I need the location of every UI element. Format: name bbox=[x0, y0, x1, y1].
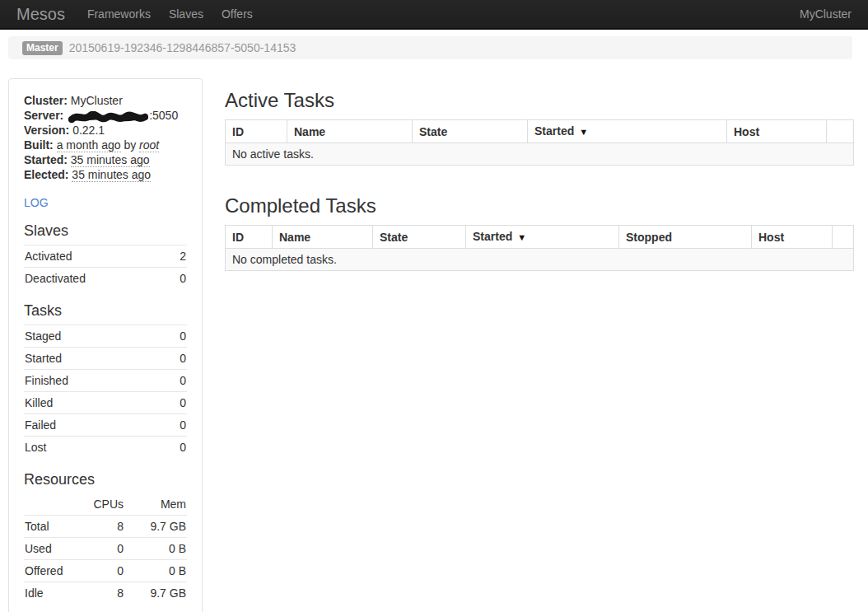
header-row: IDNameStateStarted▼Host bbox=[226, 120, 854, 143]
column-header-empty bbox=[833, 226, 854, 249]
resource-row: Offered00 B bbox=[24, 559, 187, 582]
resources-header-mem: Mem bbox=[124, 498, 186, 511]
stat-value: 0 bbox=[180, 418, 186, 432]
master-id: 20150619-192346-1298446857-5050-14153 bbox=[69, 41, 296, 54]
info-row: Elected: 35 minutes ago bbox=[24, 167, 187, 182]
resource-mem-value: 0 B bbox=[124, 564, 186, 577]
info-label: Built: bbox=[24, 138, 54, 152]
sort-desc-icon: ▼ bbox=[517, 232, 526, 242]
section-title-slaves: Slaves bbox=[24, 222, 187, 240]
column-header-label: Name bbox=[294, 125, 325, 138]
info-value: 35 minutes ago bbox=[71, 153, 150, 167]
stat-label: Failed bbox=[25, 418, 56, 432]
info-label: Elected: bbox=[24, 168, 68, 181]
cluster-sidebar-panel: Cluster: MyClusterServer: :5050Version: … bbox=[8, 78, 203, 612]
sort-desc-icon: ▼ bbox=[579, 127, 588, 137]
nav-link-offers[interactable]: Offers bbox=[212, 0, 262, 28]
column-header-stopped[interactable]: Stopped bbox=[619, 226, 752, 249]
resource-cpus-value: 0 bbox=[76, 564, 124, 577]
master-badge: Master bbox=[22, 41, 63, 55]
stat-value: 0 bbox=[180, 374, 186, 387]
info-value: :5050 bbox=[149, 109, 178, 122]
stat-row: Started0 bbox=[24, 347, 187, 369]
info-value: root bbox=[139, 138, 159, 152]
column-header-label: Name bbox=[279, 231, 310, 244]
empty-state-row: No active tasks. bbox=[226, 143, 854, 166]
resource-label: Total bbox=[25, 520, 76, 533]
resource-mem-value: 0 B bbox=[124, 542, 186, 555]
info-label: Started: bbox=[24, 153, 68, 166]
stat-sections: SlavesActivated2Deactivated0TasksStaged0… bbox=[24, 222, 187, 458]
info-row: Started: 35 minutes ago bbox=[24, 152, 187, 167]
stat-label: Lost bbox=[25, 441, 46, 454]
column-header-id[interactable]: ID bbox=[226, 120, 287, 143]
section-title-tasks: Tasks bbox=[24, 302, 187, 320]
top-navbar: Mesos FrameworksSlavesOffers MyCluster bbox=[0, 0, 868, 30]
resource-row: Total89.7 GB bbox=[24, 515, 187, 537]
log-link[interactable]: LOG bbox=[24, 196, 49, 209]
stat-row: Failed0 bbox=[24, 413, 187, 436]
resource-row: Idle89.7 GB bbox=[24, 582, 187, 604]
column-header-started[interactable]: Started▼ bbox=[528, 120, 727, 143]
info-value: by bbox=[121, 138, 140, 152]
column-header-state[interactable]: State bbox=[413, 120, 528, 143]
empty-state-message: No active tasks. bbox=[226, 143, 854, 166]
stat-value: 0 bbox=[180, 396, 186, 409]
column-header-id[interactable]: ID bbox=[226, 226, 273, 249]
info-label: Cluster: bbox=[24, 94, 68, 107]
nav-link-frameworks[interactable]: Frameworks bbox=[78, 0, 160, 28]
column-header-name[interactable]: Name bbox=[273, 226, 373, 249]
column-header-label: Stopped bbox=[626, 231, 672, 244]
stat-row: Deactivated0 bbox=[24, 267, 187, 289]
empty-state-message: No completed tasks. bbox=[226, 249, 854, 271]
completed-tasks-title: Completed Tasks bbox=[225, 195, 852, 217]
stat-value: 2 bbox=[180, 250, 186, 263]
header-row: IDNameStateStarted▼StoppedHost bbox=[226, 226, 854, 249]
stat-label: Started bbox=[25, 352, 62, 365]
stat-label: Staged bbox=[25, 329, 61, 343]
column-header-label: State bbox=[380, 231, 408, 244]
column-header-state[interactable]: State bbox=[373, 226, 466, 249]
column-header-started[interactable]: Started▼ bbox=[466, 226, 619, 249]
stat-row: Killed0 bbox=[24, 391, 187, 413]
info-label: Server: bbox=[24, 109, 63, 122]
empty-state-row: No completed tasks. bbox=[226, 249, 854, 271]
completed-tasks-section: Completed TasksIDNameStateStarted▼Stoppe… bbox=[225, 195, 852, 271]
nav-item-slaves: Slaves bbox=[160, 0, 212, 28]
cluster-info: Cluster: MyClusterServer: :5050Version: … bbox=[24, 93, 187, 182]
stat-value: 0 bbox=[180, 352, 186, 365]
resource-label: Offered bbox=[25, 564, 76, 577]
breadcrumb: Master 20150619-192346-1298446857-5050-1… bbox=[8, 36, 852, 59]
column-header-label: ID bbox=[232, 125, 244, 138]
resource-cpus-value: 8 bbox=[76, 520, 124, 533]
column-header-label: Host bbox=[758, 231, 784, 244]
stat-value: 0 bbox=[180, 441, 186, 454]
stat-row: Activated2 bbox=[24, 245, 187, 267]
column-header-label: ID bbox=[232, 231, 244, 244]
column-header-name[interactable]: Name bbox=[287, 120, 413, 143]
nav-link-slaves[interactable]: Slaves bbox=[160, 0, 212, 28]
resource-label: Used bbox=[25, 542, 76, 555]
column-header-empty bbox=[827, 120, 854, 143]
column-header-host[interactable]: Host bbox=[727, 120, 827, 143]
redacted-server-scribble bbox=[67, 109, 149, 122]
resource-cpus-value: 0 bbox=[76, 542, 124, 555]
completed-tasks-table: IDNameStateStarted▼StoppedHostNo complet… bbox=[225, 225, 854, 271]
resource-label: Idle bbox=[25, 586, 76, 600]
stat-label: Finished bbox=[25, 374, 68, 387]
active-tasks-table: IDNameStateStarted▼HostNo active tasks. bbox=[225, 119, 854, 166]
stat-row: Staged0 bbox=[24, 325, 187, 347]
column-header-label: Started bbox=[473, 230, 512, 243]
column-header-label: Host bbox=[734, 125, 759, 138]
stat-value: 0 bbox=[180, 329, 186, 343]
stat-row: Finished0 bbox=[24, 369, 187, 391]
resource-mem-value: 9.7 GB bbox=[124, 586, 186, 600]
nav-item-frameworks: Frameworks bbox=[78, 0, 160, 28]
column-header-host[interactable]: Host bbox=[752, 226, 833, 249]
nav-item-offers: Offers bbox=[212, 0, 262, 28]
section-title-resources: Resources bbox=[24, 471, 187, 488]
info-row: Server: :5050 bbox=[24, 108, 187, 123]
resource-row: Used00 B bbox=[24, 537, 187, 559]
mesos-brand-link[interactable]: Mesos bbox=[16, 5, 65, 24]
stat-value: 0 bbox=[180, 272, 186, 285]
